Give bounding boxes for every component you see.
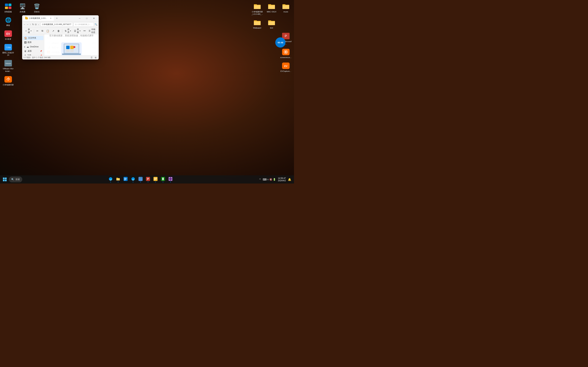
sidebar-item-onedrive[interactable]: ▶ ☁ OneDrive [23, 45, 43, 49]
toolbar-right: ☰ 详细信息 [87, 27, 97, 34]
tab-label: 小米电脑管家_1.0.0.489_0977b [29, 17, 48, 19]
taskbar-app-notes[interactable] [152, 176, 159, 183]
taskbar-app-files[interactable] [122, 176, 129, 183]
status-selected: 选中 1 个项目 344 MB [32, 56, 50, 59]
notification-icon[interactable]: 🔔 [288, 178, 291, 181]
taskbar-apps: P [23, 176, 258, 183]
toolbar-cut-button[interactable]: ✂ [35, 29, 40, 33]
svg-rect-39 [154, 179, 157, 179]
status-bar-right: ☰ ⊞ [90, 56, 97, 59]
sidebar-downloads-label: 下载 [27, 54, 31, 55]
install-overlay: 电脑管理 官方驱动更新，系统清理加速，性能模式调节 [44, 34, 99, 55]
svg-text:EV: EV [284, 65, 287, 67]
pin-icon: 📌 [40, 50, 42, 52]
sidebar-item-home[interactable]: 🏠 主文件夹 [23, 36, 43, 40]
new-label: 新建 [28, 28, 30, 34]
explorer-tab[interactable]: 小米电脑管家_1.0.0.489_0977b ✕ [24, 16, 54, 21]
sidebar-item-downloads[interactable]: ⬇ 下载 📌 [23, 53, 43, 55]
tab-close-button[interactable]: ✕ [49, 17, 52, 20]
taskbar-app-phone[interactable] [160, 176, 166, 183]
desktop-icon-xiaomi-folder[interactable]: 小米电脑管家_1.0.0.489_... [251, 2, 264, 17]
toolbar-new-button[interactable]: ＋ 新建 ▾ [24, 27, 33, 34]
vmware-icon: VMware [4, 60, 12, 67]
date-display: 2024/4/2 [278, 179, 286, 182]
desktop-icon-net[interactable]: 🌐 网络 [2, 15, 15, 27]
desktop-icon-vmware[interactable]: VMware VMware Workstati... [2, 58, 15, 73]
taskbar-app-ppt[interactable]: P [145, 176, 151, 183]
sort-icon: ⇅ [65, 30, 67, 32]
back-button[interactable]: ← [24, 22, 26, 27]
desktop-icon-macos[interactable]: MAC OS14 [265, 2, 278, 17]
taskbar-app-browser[interactable] [137, 176, 144, 183]
time-widget[interactable]: 00:48 [275, 37, 285, 48]
svg-point-34 [140, 178, 141, 178]
search-box[interactable]: 在 小米电脑管家_1.0.0.489_0977b [73, 22, 94, 27]
desktop-icon-ev[interactable]: EV EV录屏 [2, 29, 15, 41]
desktop-icon-mypc[interactable]: 🖥️ 此电脑 [16, 2, 29, 14]
desktop-icon-xiaomi-mgr[interactable]: 小 小米电脑管家 [2, 75, 15, 87]
desktop-icon-tubox[interactable]: 工具箱 图吧工具箱2024 [2, 43, 15, 58]
ppt-icon: P [146, 177, 150, 182]
onedrive-icon: ☁ [26, 45, 29, 48]
desktop-icon-ctrl[interactable]: 控制面板 [2, 2, 15, 14]
wallpaper-label: Wallpaper [253, 27, 261, 29]
explorer-titlebar: 小米电脑管家_1.0.0.489_0977b ✕ ＋ ─ □ ✕ [22, 15, 99, 21]
tubox-label: 图吧工具箱2024 [2, 51, 14, 56]
taskbar: 🔍 搜索 [0, 175, 294, 184]
address-input[interactable]: 小米电脑管家_1.0.0.489_0977b577 [40, 22, 73, 27]
datetime-display[interactable]: 14:56:47 2024/4/2 [277, 177, 287, 182]
toolbar-delete-button[interactable]: 🗑 [56, 29, 61, 33]
up-button[interactable]: ↑ [29, 22, 31, 27]
toolbar-details-button[interactable]: ☰ 详细信息 [87, 27, 97, 34]
minimize-button[interactable]: ─ [76, 16, 83, 21]
start-button[interactable] [1, 176, 8, 183]
text-r-icon [268, 19, 276, 26]
svg-text:小: 小 [6, 77, 10, 81]
toolbar-view-button[interactable]: ☰ 查看 ▾ [73, 27, 82, 34]
svg-text:EV: EV [6, 33, 10, 35]
desktop-icon-recycle[interactable]: 🗑️ 回收站 [30, 2, 43, 14]
taskbar-app-edge[interactable] [107, 176, 114, 183]
ime-icon: A [267, 178, 269, 181]
desktop-icon-screenrec[interactable]: screenrecor... [279, 47, 292, 60]
copy-icon: ⧉ [42, 29, 43, 32]
xiaomi-folder-icon [253, 3, 261, 10]
desktop-icon-text-r[interactable]: text [265, 18, 278, 30]
toolbar-share-button[interactable]: ↗ [51, 29, 56, 33]
maximize-button[interactable]: □ [83, 16, 90, 21]
evcap-label: EVCapture... [281, 70, 291, 72]
forward-button[interactable]: → [26, 22, 29, 27]
refresh-button[interactable]: ↻ [32, 22, 34, 27]
toolbar-sort-button[interactable]: ⇅ 排序 ▾ [63, 27, 72, 34]
app-active-dot-2 [118, 182, 118, 182]
tab-add-button[interactable]: ＋ [54, 16, 59, 21]
grid-view-button[interactable]: ⊞ [94, 56, 97, 59]
close-button[interactable]: ✕ [91, 16, 97, 21]
toolbar-copy-button[interactable]: ⧉ [40, 29, 44, 33]
taskbar-app-edge2[interactable] [130, 176, 137, 183]
install-subtitle: 官方驱动更新，系统清理加速，性能模式调节 [49, 34, 94, 37]
list-view-button[interactable]: ☰ [90, 56, 93, 59]
toolbar-more-button[interactable]: ••• [82, 29, 87, 33]
svg-rect-20 [70, 46, 74, 49]
svg-point-43 [163, 180, 163, 180]
search-button[interactable]: 🔍 [95, 22, 97, 27]
location-button[interactable]: ⊙ [35, 22, 37, 27]
taskbar-app-capture[interactable] [167, 176, 174, 183]
desktop-icon-wallpaper[interactable]: Wallpaper [251, 18, 264, 30]
svg-point-23 [73, 46, 75, 48]
desktop-icon-evcap[interactable]: EV EVCapture... [279, 61, 292, 73]
sidebar-item-gallery[interactable]: 🖼 图库 [23, 40, 43, 44]
tray-caret-icon: ^ [259, 178, 261, 181]
sort-label: 排序 [67, 28, 69, 34]
toolbar-paste-button[interactable]: 📋 [45, 29, 51, 33]
system-tray[interactable]: ^ [258, 177, 262, 182]
mypc-icon: 🖥️ [18, 3, 26, 10]
desktop-icon-music-r[interactable]: music [279, 2, 292, 17]
capture-icon [168, 177, 173, 182]
sidebar-item-desktop[interactable]: 🖥 桌面 📌 [23, 49, 43, 53]
taskbar-app-explorer[interactable] [115, 176, 121, 183]
time-widget-display: 00:48 [277, 41, 283, 44]
taskbar-search[interactable]: 🔍 搜索 [9, 176, 22, 182]
file-list: 名称 📄 wtsapi3... 8 KB 📝 路径.txt 1 KB 小 [44, 34, 99, 55]
